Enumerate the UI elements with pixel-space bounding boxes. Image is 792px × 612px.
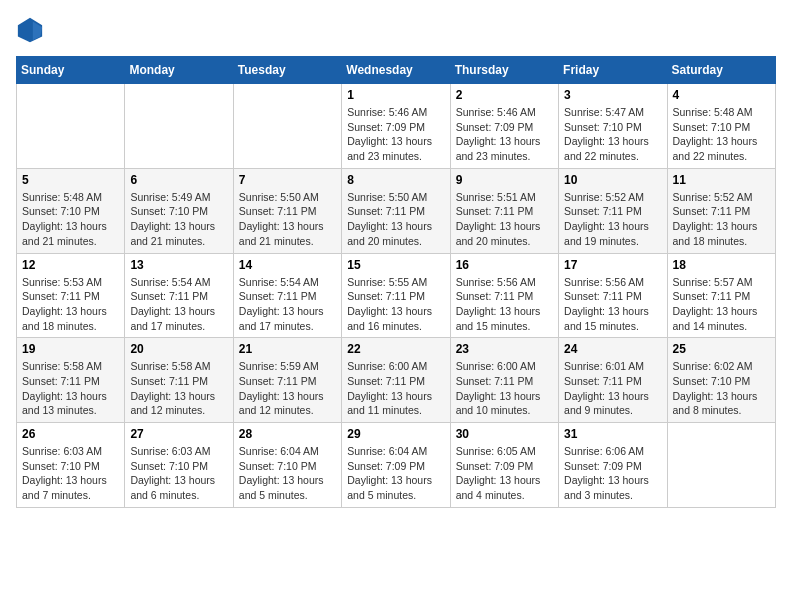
day-number: 2 — [456, 88, 553, 102]
calendar-cell: 8Sunrise: 5:50 AMSunset: 7:11 PMDaylight… — [342, 168, 450, 253]
day-number: 8 — [347, 173, 444, 187]
weekday-header: Thursday — [450, 57, 558, 84]
calendar-cell: 22Sunrise: 6:00 AMSunset: 7:11 PMDayligh… — [342, 338, 450, 423]
calendar-cell: 28Sunrise: 6:04 AMSunset: 7:10 PMDayligh… — [233, 423, 341, 508]
logo-icon — [16, 16, 44, 44]
day-info: Sunrise: 5:50 AMSunset: 7:11 PMDaylight:… — [347, 190, 444, 249]
calendar-cell — [125, 84, 233, 169]
day-info: Sunrise: 5:51 AMSunset: 7:11 PMDaylight:… — [456, 190, 553, 249]
calendar-week-row: 12Sunrise: 5:53 AMSunset: 7:11 PMDayligh… — [17, 253, 776, 338]
calendar-cell: 25Sunrise: 6:02 AMSunset: 7:10 PMDayligh… — [667, 338, 775, 423]
calendar-cell: 2Sunrise: 5:46 AMSunset: 7:09 PMDaylight… — [450, 84, 558, 169]
day-info: Sunrise: 5:55 AMSunset: 7:11 PMDaylight:… — [347, 275, 444, 334]
calendar-cell: 10Sunrise: 5:52 AMSunset: 7:11 PMDayligh… — [559, 168, 667, 253]
day-number: 1 — [347, 88, 444, 102]
day-number: 19 — [22, 342, 119, 356]
day-info: Sunrise: 5:46 AMSunset: 7:09 PMDaylight:… — [456, 105, 553, 164]
calendar-cell: 30Sunrise: 6:05 AMSunset: 7:09 PMDayligh… — [450, 423, 558, 508]
calendar-week-row: 1Sunrise: 5:46 AMSunset: 7:09 PMDaylight… — [17, 84, 776, 169]
calendar-body: 1Sunrise: 5:46 AMSunset: 7:09 PMDaylight… — [17, 84, 776, 508]
calendar-cell: 11Sunrise: 5:52 AMSunset: 7:11 PMDayligh… — [667, 168, 775, 253]
calendar-table: SundayMondayTuesdayWednesdayThursdayFrid… — [16, 56, 776, 508]
day-info: Sunrise: 5:48 AMSunset: 7:10 PMDaylight:… — [673, 105, 770, 164]
day-info: Sunrise: 5:54 AMSunset: 7:11 PMDaylight:… — [130, 275, 227, 334]
day-number: 28 — [239, 427, 336, 441]
calendar-cell: 18Sunrise: 5:57 AMSunset: 7:11 PMDayligh… — [667, 253, 775, 338]
day-info: Sunrise: 5:56 AMSunset: 7:11 PMDaylight:… — [564, 275, 661, 334]
calendar-cell: 17Sunrise: 5:56 AMSunset: 7:11 PMDayligh… — [559, 253, 667, 338]
day-number: 10 — [564, 173, 661, 187]
day-info: Sunrise: 6:03 AMSunset: 7:10 PMDaylight:… — [130, 444, 227, 503]
calendar-cell: 6Sunrise: 5:49 AMSunset: 7:10 PMDaylight… — [125, 168, 233, 253]
svg-marker-1 — [33, 22, 42, 41]
day-info: Sunrise: 5:58 AMSunset: 7:11 PMDaylight:… — [130, 359, 227, 418]
day-number: 30 — [456, 427, 553, 441]
day-number: 31 — [564, 427, 661, 441]
calendar-cell — [667, 423, 775, 508]
logo — [16, 16, 48, 44]
page-header — [16, 16, 776, 44]
calendar-header-row: SundayMondayTuesdayWednesdayThursdayFrid… — [17, 57, 776, 84]
calendar-cell: 7Sunrise: 5:50 AMSunset: 7:11 PMDaylight… — [233, 168, 341, 253]
calendar-cell: 14Sunrise: 5:54 AMSunset: 7:11 PMDayligh… — [233, 253, 341, 338]
day-number: 3 — [564, 88, 661, 102]
calendar-cell: 13Sunrise: 5:54 AMSunset: 7:11 PMDayligh… — [125, 253, 233, 338]
weekday-header: Friday — [559, 57, 667, 84]
calendar-cell: 5Sunrise: 5:48 AMSunset: 7:10 PMDaylight… — [17, 168, 125, 253]
day-info: Sunrise: 5:54 AMSunset: 7:11 PMDaylight:… — [239, 275, 336, 334]
day-info: Sunrise: 6:04 AMSunset: 7:10 PMDaylight:… — [239, 444, 336, 503]
day-number: 12 — [22, 258, 119, 272]
day-info: Sunrise: 6:00 AMSunset: 7:11 PMDaylight:… — [347, 359, 444, 418]
day-number: 14 — [239, 258, 336, 272]
calendar-cell: 23Sunrise: 6:00 AMSunset: 7:11 PMDayligh… — [450, 338, 558, 423]
weekday-header: Saturday — [667, 57, 775, 84]
calendar-cell: 15Sunrise: 5:55 AMSunset: 7:11 PMDayligh… — [342, 253, 450, 338]
calendar-week-row: 5Sunrise: 5:48 AMSunset: 7:10 PMDaylight… — [17, 168, 776, 253]
day-info: Sunrise: 5:52 AMSunset: 7:11 PMDaylight:… — [564, 190, 661, 249]
day-number: 11 — [673, 173, 770, 187]
day-info: Sunrise: 5:47 AMSunset: 7:10 PMDaylight:… — [564, 105, 661, 164]
day-info: Sunrise: 5:57 AMSunset: 7:11 PMDaylight:… — [673, 275, 770, 334]
day-number: 7 — [239, 173, 336, 187]
day-info: Sunrise: 5:46 AMSunset: 7:09 PMDaylight:… — [347, 105, 444, 164]
day-info: Sunrise: 5:56 AMSunset: 7:11 PMDaylight:… — [456, 275, 553, 334]
day-info: Sunrise: 6:06 AMSunset: 7:09 PMDaylight:… — [564, 444, 661, 503]
day-number: 23 — [456, 342, 553, 356]
day-info: Sunrise: 5:50 AMSunset: 7:11 PMDaylight:… — [239, 190, 336, 249]
day-info: Sunrise: 5:49 AMSunset: 7:10 PMDaylight:… — [130, 190, 227, 249]
day-number: 4 — [673, 88, 770, 102]
day-number: 24 — [564, 342, 661, 356]
calendar-cell — [233, 84, 341, 169]
day-info: Sunrise: 6:05 AMSunset: 7:09 PMDaylight:… — [456, 444, 553, 503]
weekday-header: Wednesday — [342, 57, 450, 84]
day-info: Sunrise: 5:52 AMSunset: 7:11 PMDaylight:… — [673, 190, 770, 249]
calendar-cell: 26Sunrise: 6:03 AMSunset: 7:10 PMDayligh… — [17, 423, 125, 508]
calendar-cell: 21Sunrise: 5:59 AMSunset: 7:11 PMDayligh… — [233, 338, 341, 423]
day-number: 22 — [347, 342, 444, 356]
calendar-week-row: 26Sunrise: 6:03 AMSunset: 7:10 PMDayligh… — [17, 423, 776, 508]
day-number: 29 — [347, 427, 444, 441]
day-number: 27 — [130, 427, 227, 441]
calendar-cell — [17, 84, 125, 169]
day-number: 18 — [673, 258, 770, 272]
day-info: Sunrise: 6:04 AMSunset: 7:09 PMDaylight:… — [347, 444, 444, 503]
day-number: 21 — [239, 342, 336, 356]
day-info: Sunrise: 6:02 AMSunset: 7:10 PMDaylight:… — [673, 359, 770, 418]
day-info: Sunrise: 5:59 AMSunset: 7:11 PMDaylight:… — [239, 359, 336, 418]
day-number: 5 — [22, 173, 119, 187]
weekday-header: Tuesday — [233, 57, 341, 84]
calendar-cell: 4Sunrise: 5:48 AMSunset: 7:10 PMDaylight… — [667, 84, 775, 169]
calendar-cell: 29Sunrise: 6:04 AMSunset: 7:09 PMDayligh… — [342, 423, 450, 508]
day-number: 20 — [130, 342, 227, 356]
calendar-cell: 12Sunrise: 5:53 AMSunset: 7:11 PMDayligh… — [17, 253, 125, 338]
calendar-week-row: 19Sunrise: 5:58 AMSunset: 7:11 PMDayligh… — [17, 338, 776, 423]
weekday-header: Monday — [125, 57, 233, 84]
day-number: 6 — [130, 173, 227, 187]
day-info: Sunrise: 6:01 AMSunset: 7:11 PMDaylight:… — [564, 359, 661, 418]
day-number: 15 — [347, 258, 444, 272]
day-info: Sunrise: 5:58 AMSunset: 7:11 PMDaylight:… — [22, 359, 119, 418]
day-info: Sunrise: 6:03 AMSunset: 7:10 PMDaylight:… — [22, 444, 119, 503]
calendar-cell: 20Sunrise: 5:58 AMSunset: 7:11 PMDayligh… — [125, 338, 233, 423]
day-number: 16 — [456, 258, 553, 272]
day-info: Sunrise: 6:00 AMSunset: 7:11 PMDaylight:… — [456, 359, 553, 418]
